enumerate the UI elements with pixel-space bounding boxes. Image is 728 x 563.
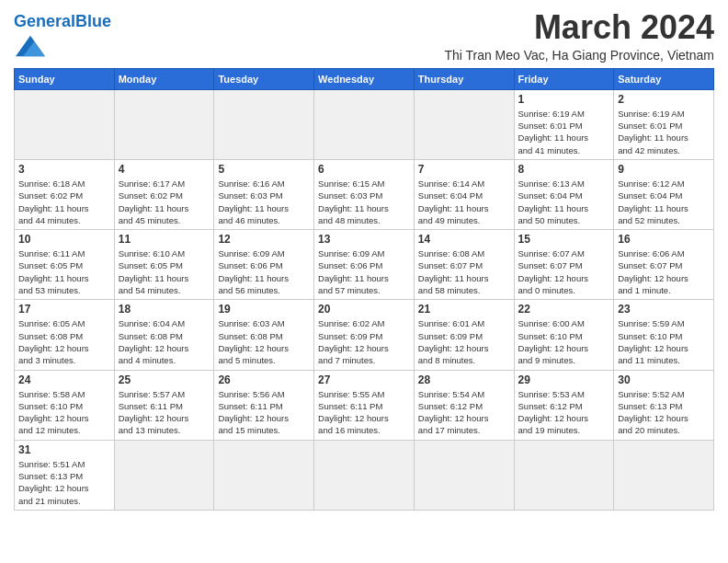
day-info: Sunrise: 6:13 AMSunset: 6:04 PMDaylight:… — [518, 178, 610, 226]
day-info: Sunrise: 6:19 AMSunset: 6:01 PMDaylight:… — [518, 108, 610, 156]
calendar-cell — [114, 440, 214, 510]
calendar-cell — [114, 89, 214, 159]
day-number: 28 — [418, 373, 510, 386]
day-info: Sunrise: 6:04 AMSunset: 6:08 PMDaylight:… — [119, 317, 210, 366]
day-info: Sunrise: 6:02 AMSunset: 6:09 PMDaylight:… — [318, 317, 410, 366]
day-number: 11 — [119, 233, 210, 246]
day-info: Sunrise: 6:11 AMSunset: 6:05 PMDaylight:… — [18, 247, 110, 296]
day-info: Sunrise: 6:10 AMSunset: 6:05 PMDaylight:… — [119, 247, 210, 296]
calendar-cell — [214, 89, 314, 159]
calendar-cell: 25Sunrise: 5:57 AMSunset: 6:11 PMDayligh… — [114, 370, 214, 440]
day-info: Sunrise: 6:03 AMSunset: 6:08 PMDaylight:… — [218, 317, 310, 366]
logo-icon — [16, 31, 45, 61]
day-info: Sunrise: 6:16 AMSunset: 6:03 PMDaylight:… — [218, 178, 310, 226]
day-number: 23 — [618, 303, 710, 316]
calendar-cell: 8Sunrise: 6:13 AMSunset: 6:04 PMDaylight… — [514, 159, 614, 229]
calendar-cell — [314, 440, 415, 510]
day-info: Sunrise: 6:08 AMSunset: 6:07 PMDaylight:… — [418, 247, 510, 296]
day-number: 4 — [119, 163, 210, 176]
day-number: 1 — [518, 93, 610, 106]
day-number: 27 — [318, 373, 410, 386]
calendar-cell: 29Sunrise: 5:53 AMSunset: 6:12 PMDayligh… — [514, 370, 614, 440]
day-info: Sunrise: 6:15 AMSunset: 6:03 PMDaylight:… — [318, 178, 410, 226]
day-info: Sunrise: 6:05 AMSunset: 6:08 PMDaylight:… — [18, 317, 110, 366]
calendar-cell: 1Sunrise: 6:19 AMSunset: 6:01 PMDaylight… — [514, 89, 614, 159]
day-info: Sunrise: 6:18 AMSunset: 6:02 PMDaylight:… — [18, 178, 110, 226]
day-info: Sunrise: 6:19 AMSunset: 6:01 PMDaylight:… — [618, 108, 710, 156]
day-info: Sunrise: 6:09 AMSunset: 6:06 PMDaylight:… — [318, 247, 410, 296]
location-title: Thi Tran Meo Vac, Ha Giang Province, Vie… — [444, 48, 714, 63]
day-info: Sunrise: 6:14 AMSunset: 6:04 PMDaylight:… — [418, 178, 510, 226]
weekday-header-sunday: Sunday — [15, 68, 115, 89]
weekday-header-wednesday: Wednesday — [314, 68, 415, 89]
calendar-cell — [414, 440, 514, 510]
day-number: 17 — [18, 303, 110, 316]
calendar-cell: 27Sunrise: 5:55 AMSunset: 6:11 PMDayligh… — [314, 370, 415, 440]
calendar-week-6: 31Sunrise: 5:51 AMSunset: 6:13 PMDayligh… — [15, 440, 714, 510]
calendar-cell: 3Sunrise: 6:18 AMSunset: 6:02 PMDaylight… — [15, 159, 115, 229]
calendar-week-2: 3Sunrise: 6:18 AMSunset: 6:02 PMDaylight… — [15, 159, 714, 229]
calendar-cell: 7Sunrise: 6:14 AMSunset: 6:04 PMDaylight… — [414, 159, 514, 229]
calendar-cell: 23Sunrise: 5:59 AMSunset: 6:10 PMDayligh… — [614, 300, 714, 370]
calendar-cell: 11Sunrise: 6:10 AMSunset: 6:05 PMDayligh… — [114, 230, 214, 300]
logo-general: General — [14, 12, 75, 30]
calendar-week-5: 24Sunrise: 5:58 AMSunset: 6:10 PMDayligh… — [15, 370, 714, 440]
day-info: Sunrise: 5:57 AMSunset: 6:11 PMDaylight:… — [119, 388, 210, 437]
calendar-header: SundayMondayTuesdayWednesdayThursdayFrid… — [15, 68, 714, 89]
calendar-cell: 12Sunrise: 6:09 AMSunset: 6:06 PMDayligh… — [214, 230, 314, 300]
day-number: 16 — [618, 233, 710, 246]
calendar-cell: 19Sunrise: 6:03 AMSunset: 6:08 PMDayligh… — [214, 300, 314, 370]
day-number: 24 — [18, 373, 110, 386]
calendar-week-3: 10Sunrise: 6:11 AMSunset: 6:05 PMDayligh… — [15, 230, 714, 300]
day-info: Sunrise: 6:07 AMSunset: 6:07 PMDaylight:… — [518, 247, 610, 296]
calendar-cell: 9Sunrise: 6:12 AMSunset: 6:04 PMDaylight… — [614, 159, 714, 229]
calendar-cell: 20Sunrise: 6:02 AMSunset: 6:09 PMDayligh… — [314, 300, 415, 370]
calendar-cell — [514, 440, 614, 510]
calendar-body: 1Sunrise: 6:19 AMSunset: 6:01 PMDaylight… — [15, 89, 714, 510]
month-title: March 2024 — [444, 9, 714, 46]
day-info: Sunrise: 5:54 AMSunset: 6:12 PMDaylight:… — [418, 388, 510, 437]
calendar-cell: 15Sunrise: 6:07 AMSunset: 6:07 PMDayligh… — [514, 230, 614, 300]
day-number: 14 — [418, 233, 510, 246]
day-info: Sunrise: 5:51 AMSunset: 6:13 PMDaylight:… — [18, 458, 110, 507]
calendar-cell: 18Sunrise: 6:04 AMSunset: 6:08 PMDayligh… — [114, 300, 214, 370]
calendar-cell: 14Sunrise: 6:08 AMSunset: 6:07 PMDayligh… — [414, 230, 514, 300]
day-info: Sunrise: 5:56 AMSunset: 6:11 PMDaylight:… — [218, 388, 310, 437]
day-number: 12 — [218, 233, 310, 246]
title-area: March 2024 Thi Tran Meo Vac, Ha Giang Pr… — [444, 9, 714, 63]
weekday-header-thursday: Thursday — [414, 68, 514, 89]
day-number: 2 — [618, 93, 710, 106]
calendar-cell: 24Sunrise: 5:58 AMSunset: 6:10 PMDayligh… — [15, 370, 115, 440]
day-number: 5 — [218, 163, 310, 176]
day-number: 25 — [119, 373, 210, 386]
calendar-cell: 30Sunrise: 5:52 AMSunset: 6:13 PMDayligh… — [614, 370, 714, 440]
calendar-cell: 6Sunrise: 6:15 AMSunset: 6:03 PMDaylight… — [314, 159, 415, 229]
calendar-cell: 13Sunrise: 6:09 AMSunset: 6:06 PMDayligh… — [314, 230, 415, 300]
calendar-cell: 31Sunrise: 5:51 AMSunset: 6:13 PMDayligh… — [15, 440, 115, 510]
calendar-cell: 16Sunrise: 6:06 AMSunset: 6:07 PMDayligh… — [614, 230, 714, 300]
calendar-week-1: 1Sunrise: 6:19 AMSunset: 6:01 PMDaylight… — [15, 89, 714, 159]
weekday-header-saturday: Saturday — [614, 68, 714, 89]
day-info: Sunrise: 6:01 AMSunset: 6:09 PMDaylight:… — [418, 317, 510, 366]
calendar-cell: 10Sunrise: 6:11 AMSunset: 6:05 PMDayligh… — [15, 230, 115, 300]
day-number: 8 — [518, 163, 610, 176]
day-number: 15 — [518, 233, 610, 246]
day-number: 21 — [418, 303, 510, 316]
day-info: Sunrise: 6:09 AMSunset: 6:06 PMDaylight:… — [218, 247, 310, 296]
calendar-cell — [414, 89, 514, 159]
calendar-cell: 26Sunrise: 5:56 AMSunset: 6:11 PMDayligh… — [214, 370, 314, 440]
day-number: 3 — [18, 163, 110, 176]
page-header: GeneralBlue March 2024 Thi Tran Meo Vac,… — [14, 9, 714, 64]
day-number: 13 — [318, 233, 410, 246]
weekday-header-row: SundayMondayTuesdayWednesdayThursdayFrid… — [15, 68, 714, 89]
calendar-cell: 17Sunrise: 6:05 AMSunset: 6:08 PMDayligh… — [15, 300, 115, 370]
calendar-cell — [214, 440, 314, 510]
day-number: 7 — [418, 163, 510, 176]
day-number: 20 — [318, 303, 410, 316]
logo-blue: Blue — [75, 12, 111, 30]
day-info: Sunrise: 6:06 AMSunset: 6:07 PMDaylight:… — [618, 247, 710, 296]
calendar-cell: 22Sunrise: 6:00 AMSunset: 6:10 PMDayligh… — [514, 300, 614, 370]
calendar-cell: 5Sunrise: 6:16 AMSunset: 6:03 PMDaylight… — [214, 159, 314, 229]
day-number: 22 — [518, 303, 610, 316]
day-number: 31 — [18, 443, 110, 456]
